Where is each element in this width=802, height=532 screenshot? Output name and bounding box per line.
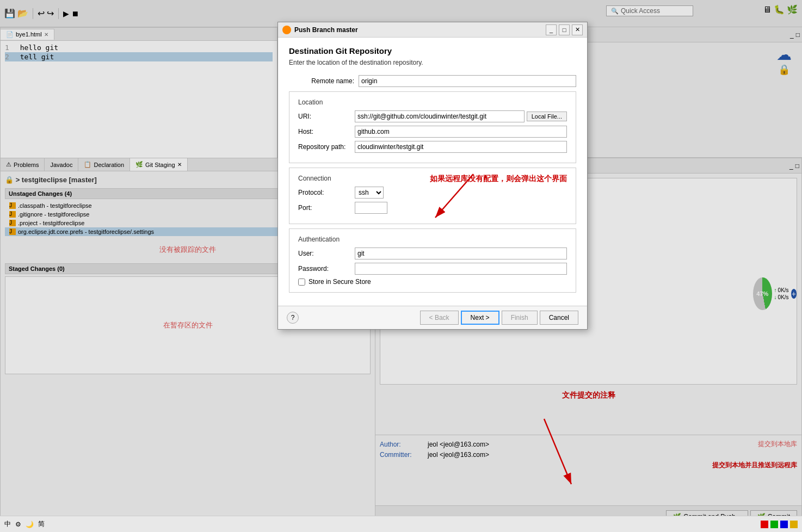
color-red <box>761 521 768 528</box>
repo-path-input[interactable] <box>355 141 567 153</box>
protocol-row: Protocol: ssh https git ftp <box>298 187 567 199</box>
status-simplified-icon: 简 <box>38 519 45 529</box>
dialog-titlebar: Push Branch master _ □ ✕ <box>278 22 587 38</box>
dialog-restore-btn[interactable]: □ <box>559 24 570 35</box>
remote-name-row: Remote name: <box>289 75 576 87</box>
finish-button[interactable]: Finish <box>502 311 538 325</box>
dialog-cn-note: 如果远程库没有配置，则会弹出这个界面 <box>430 174 567 184</box>
uri-input[interactable] <box>355 110 525 122</box>
color-yellow <box>790 521 798 528</box>
location-label: Location <box>298 98 567 106</box>
status-settings-icon: ⚙ <box>15 521 21 528</box>
port-input[interactable] <box>355 202 387 214</box>
status-encoding: 中 <box>4 519 11 529</box>
repo-path-row: Repository path: <box>298 141 567 153</box>
port-row: Port: <box>298 202 567 214</box>
color-blue <box>780 521 788 528</box>
remote-name-label: Remote name: <box>289 77 354 85</box>
dialog-body: Destination Git Repository Enter the loc… <box>278 38 587 306</box>
user-input[interactable] <box>355 248 567 259</box>
host-row: Host: <box>298 126 567 138</box>
protocol-select[interactable]: ssh https git ftp <box>355 187 384 199</box>
auth-label: Authentication <box>298 236 567 243</box>
back-button[interactable]: < Back <box>420 311 459 325</box>
dialog-footer: ? < Back Next > Finish Cancel <box>278 306 587 329</box>
dialog-subtitle: Enter the location of the destination re… <box>289 59 576 66</box>
color-green <box>770 521 778 528</box>
uri-row: URI: Local File... <box>298 110 567 122</box>
host-input[interactable] <box>355 126 567 138</box>
store-secure-row: Store in Secure Store <box>298 278 567 286</box>
local-file-button[interactable]: Local File... <box>527 112 567 121</box>
status-moon-icon: 🌙 <box>26 521 34 528</box>
protocol-label: Protocol: <box>298 189 353 196</box>
dialog-window-controls: _ □ ✕ <box>546 24 583 35</box>
footer-buttons: < Back Next > Finish Cancel <box>420 311 578 325</box>
store-secure-checkbox[interactable] <box>298 279 305 286</box>
remote-name-input[interactable] <box>359 75 576 87</box>
help-button[interactable]: ? <box>287 312 299 324</box>
store-secure-label: Store in Secure Store <box>309 278 371 286</box>
next-button[interactable]: Next > <box>461 311 499 325</box>
status-color-boxes <box>761 521 798 528</box>
host-label: Host: <box>298 128 353 135</box>
dialog-close-btn[interactable]: ✕ <box>572 24 583 35</box>
user-label: User: <box>298 250 353 257</box>
repo-path-label: Repository path: <box>298 143 353 151</box>
uri-label: URI: <box>298 113 353 120</box>
location-group: Location URI: Local File... Host: Reposi… <box>289 91 576 163</box>
dialog-minimize-btn[interactable]: _ <box>546 24 557 35</box>
port-label: Port: <box>298 204 353 212</box>
dialog-git-icon <box>282 26 291 34</box>
auth-group: Authentication User: Password: Store in … <box>289 228 576 293</box>
status-bar: 中 ⚙ 🌙 简 <box>0 516 802 532</box>
password-row: Password: <box>298 263 567 275</box>
dialog-section-title: Destination Git Repository <box>289 46 576 55</box>
password-input[interactable] <box>355 263 567 275</box>
dialog-title: Push Branch master <box>282 26 358 34</box>
cancel-button[interactable]: Cancel <box>540 311 578 325</box>
user-row: User: <box>298 248 567 259</box>
password-label: Password: <box>298 265 353 273</box>
dialog-title-text: Push Branch master <box>294 26 358 34</box>
